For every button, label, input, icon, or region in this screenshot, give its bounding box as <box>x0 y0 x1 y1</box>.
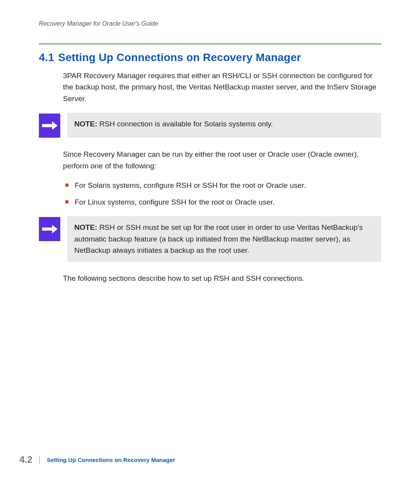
note-text-1: NOTE: RSH connection is available for So… <box>67 113 381 138</box>
note-block-2: NOTE: RSH or SSH must be set up for the … <box>39 216 381 261</box>
svg-marker-1 <box>52 121 58 130</box>
note-label: NOTE: <box>74 120 97 128</box>
list-item: For Solaris systems, configure RSH or SS… <box>63 180 381 191</box>
svg-marker-3 <box>52 225 58 233</box>
section-title-text: Setting Up Connections on Recovery Manag… <box>58 51 301 63</box>
note-body-text: RSH connection is available for Solaris … <box>99 120 273 128</box>
note-block-1: NOTE: RSH connection is available for So… <box>39 113 381 138</box>
footer-section-title: Setting Up Connections on Recovery Manag… <box>47 457 175 463</box>
list-item: For Linux systems, configure SSH for the… <box>63 197 381 208</box>
intro-paragraph: 3PAR Recovery Manager requires that eith… <box>63 70 381 104</box>
closing-paragraph: The following sections describe how to s… <box>63 273 381 284</box>
section-heading: 4.1Setting Up Connections on Recovery Ma… <box>39 51 381 64</box>
running-header: Recovery Manager for Oracle User's Guide <box>39 20 381 27</box>
svg-rect-0 <box>42 124 52 127</box>
body-content: 3PAR Recovery Manager requires that eith… <box>63 70 381 284</box>
section-number: 4.1 <box>39 51 54 63</box>
page-footer: 4.2 Setting Up Connections on Recovery M… <box>19 454 381 465</box>
footer-divider <box>39 455 40 464</box>
svg-rect-2 <box>42 228 52 231</box>
horizontal-rule <box>39 44 381 44</box>
footer-page-number: 4.2 <box>19 454 32 465</box>
note-label: NOTE: <box>74 223 97 231</box>
note-text-2: NOTE: RSH or SSH must be set up for the … <box>67 216 381 261</box>
bullet-list: For Solaris systems, configure RSH or SS… <box>63 180 381 208</box>
note-body-text: RSH or SSH must be set up for the root u… <box>74 223 363 254</box>
arrow-icon <box>39 114 60 138</box>
document-page: Recovery Manager for Oracle User's Guide… <box>0 0 420 504</box>
arrow-icon <box>39 217 60 241</box>
since-paragraph: Since Recovery Manager can be run by eit… <box>63 149 381 172</box>
